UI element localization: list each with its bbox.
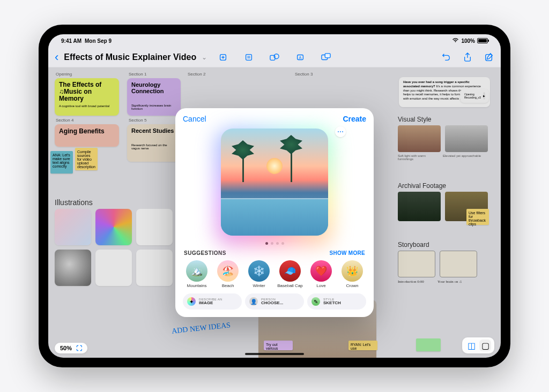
card-section4[interactable]: Aging Benefits: [55, 124, 119, 147]
visual-style-img-2[interactable]: [445, 125, 488, 152]
sparkle-icon: ✦: [187, 297, 196, 306]
back-button[interactable]: ‹: [55, 50, 58, 64]
visual-style-panel: Visual Style Soft light with warm furnis…: [398, 116, 489, 161]
card-opening[interactable]: The Effects of ♫Music on Memory A cognit…: [55, 78, 119, 116]
suggestion-label: Crown: [346, 283, 358, 288]
minimap-control[interactable]: ◫ ▢: [462, 337, 494, 353]
shapes-icon[interactable]: [269, 52, 280, 63]
cancel-button[interactable]: Cancel: [183, 115, 206, 123]
undo-icon[interactable]: [441, 52, 451, 63]
battery-icon: [477, 38, 488, 43]
nav-bar: ‹ Effects of Music Explainer Video ⌄ A: [48, 47, 501, 67]
suggestions-label: SUGGESTIONS: [184, 250, 226, 256]
sticky-yellow[interactable]: Compile sources for video upload descrip…: [75, 148, 98, 170]
handwriting-note: ADD NEW IDEAS: [171, 321, 231, 335]
archival-img-1[interactable]: [398, 192, 441, 221]
share-icon[interactable]: [462, 52, 473, 63]
suggestion-label: Love: [316, 283, 325, 288]
card-section5[interactable]: Recent Studies Research focused on the v…: [127, 124, 181, 162]
minimap-toggle-icon[interactable]: ▢: [479, 340, 491, 351]
suggestion-love[interactable]: ❤️Love: [307, 260, 335, 288]
svg-rect-7: [325, 53, 330, 57]
suggestion-icon: ❄️: [248, 260, 270, 282]
page-title[interactable]: Effects of Music Explainer Video: [64, 52, 196, 62]
suggestion-label: Mountains: [187, 283, 207, 288]
illustration-2[interactable]: [95, 209, 132, 245]
compose-icon[interactable]: [484, 52, 494, 63]
add-item-icon[interactable]: [218, 52, 228, 63]
suggestion-crown[interactable]: 👑Crown: [338, 260, 366, 288]
home-indicator[interactable]: [245, 353, 304, 355]
storyboard-frame-2[interactable]: [440, 251, 477, 277]
create-button[interactable]: Create: [343, 115, 366, 123]
note-icon[interactable]: [243, 52, 254, 63]
sticky-green[interactable]: [416, 338, 441, 351]
illustration-1[interactable]: [55, 209, 91, 245]
svg-rect-1: [246, 54, 252, 60]
wifi-icon: [452, 37, 459, 44]
zoom-value: 50%: [60, 345, 72, 351]
zoom-fit-icon[interactable]: ⛶: [76, 345, 82, 351]
illustration-3[interactable]: [136, 209, 173, 245]
describe-image-pill[interactable]: ✦ DESCRIBE AN IMAGE: [183, 293, 242, 310]
sticky-tryout[interactable]: Try out various: [264, 341, 293, 350]
svg-text:A: A: [299, 55, 302, 59]
person-pill[interactable]: 👤 PERSON CHOOSE...: [245, 293, 304, 310]
sticky-ryan[interactable]: RYAN: Let's use: [348, 341, 377, 350]
illustration-6[interactable]: [136, 250, 173, 286]
suggestion-baseball-cap[interactable]: 🧢Baseball Cap: [276, 260, 304, 288]
play-icon[interactable]: ▶: [483, 92, 485, 100]
style-icon: ✎: [311, 297, 320, 306]
suggestion-icon: 🧢: [279, 260, 301, 282]
show-more-button[interactable]: SHOW MORE: [329, 250, 365, 256]
status-time: 9:41 AM: [61, 38, 81, 44]
battery-percent: 100%: [461, 38, 475, 44]
suggestion-label: Winter: [253, 283, 265, 288]
section-label: Section 1: [129, 72, 146, 77]
text-icon[interactable]: A: [295, 52, 306, 63]
suggestion-icon: ❤️: [310, 260, 332, 282]
illustrations-title: Illustrations: [55, 198, 93, 207]
section-label: Section 5: [129, 118, 146, 123]
card-section1[interactable]: Neurology Connection Significantly incre…: [127, 78, 181, 116]
status-date: Mon Sep 9: [85, 38, 112, 44]
sticky-throwback[interactable]: Use filters for throwback clips: [466, 209, 489, 225]
minimap-icon[interactable]: ◫: [465, 340, 477, 351]
image-playground-modal: Cancel Create ⋯ SUGGESTIONS: [175, 108, 374, 317]
title-chevron-icon[interactable]: ⌄: [202, 54, 207, 61]
suggestion-mountains[interactable]: 🏔️Mountains: [183, 260, 211, 288]
suggestion-icon: 👑: [342, 260, 363, 282]
storyboard-title: Storyboard: [398, 241, 489, 248]
style-pill[interactable]: ✎ STYLE SKETCH: [307, 293, 366, 310]
illustration-5[interactable]: [95, 250, 132, 286]
suggestion-icon: 🏔️: [186, 260, 207, 282]
suggestions-row: 🏔️Mountains🏖️Beach❄️Winter🧢Baseball Cap❤…: [183, 260, 366, 288]
generated-image-preview[interactable]: [221, 129, 328, 236]
suggestion-label: Baseball Cap: [277, 283, 303, 288]
zoom-control[interactable]: 50% ⛶: [55, 343, 87, 353]
suggestion-winter[interactable]: ❄️Winter: [245, 260, 273, 288]
section-label: Section 4: [56, 118, 73, 123]
suggestion-label: Beach: [222, 283, 234, 288]
illustration-4[interactable]: [55, 250, 91, 286]
section-label: Section 3: [295, 72, 313, 77]
media-icon[interactable]: [321, 52, 331, 63]
archival-title: Archival Footage: [398, 182, 489, 190]
recording-chip[interactable]: Opening Recording_v3 ▶: [460, 89, 489, 103]
visual-style-title: Visual Style: [398, 116, 489, 123]
visual-style-img-1[interactable]: [398, 125, 441, 152]
suggestion-beach[interactable]: 🏖️Beach: [214, 260, 242, 288]
sticky-teal[interactable]: ANA: Let's make sure text aligns correct…: [50, 151, 73, 174]
person-icon: 👤: [249, 297, 258, 306]
section-label: Section 2: [188, 72, 205, 77]
storyboard-frame-1[interactable]: [398, 251, 435, 277]
section-label: Opening: [56, 72, 72, 77]
more-icon[interactable]: ⋯: [335, 126, 346, 137]
status-bar: 9:41 AM Mon Sep 9 100%: [48, 34, 501, 47]
storyboard-panel: Storyboard Introduction 0:00 Your brain …: [398, 241, 489, 284]
suggestion-icon: 🏖️: [217, 260, 239, 282]
